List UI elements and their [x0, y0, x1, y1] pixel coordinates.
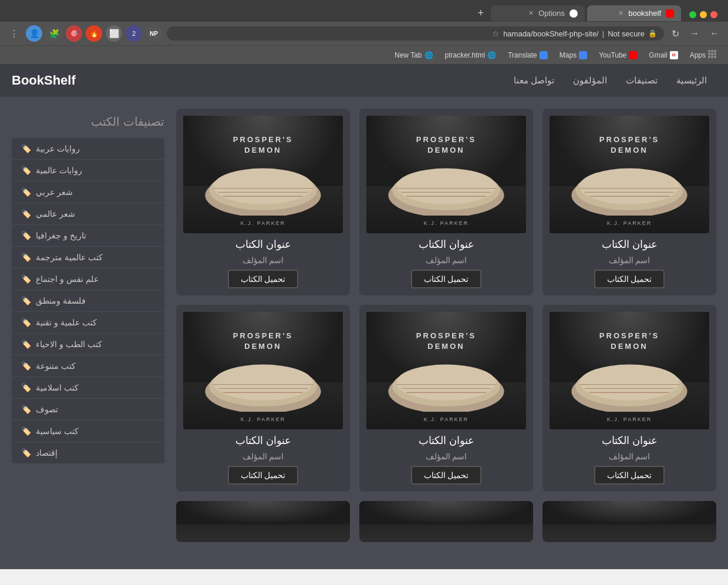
category-item-misc[interactable]: كتب متنوعة 🏷️ [12, 355, 164, 377]
category-label: إقتصاد [36, 448, 58, 458]
bookmark-youtube[interactable]: YouTube [594, 49, 642, 61]
category-item-world-novels[interactable]: روايات عالمية 🏷️ [12, 160, 164, 181]
book-cover: PROSPER'SDEMON K.J. PARKER [366, 312, 526, 429]
ext2-icon[interactable]: 2 [126, 25, 142, 42]
profile-icon[interactable]: 👤 [26, 25, 42, 42]
book-cover-title: PROSPER'SDEMON [599, 135, 659, 156]
extensions-icon[interactable]: 🧩 [46, 25, 62, 42]
maps-icon [579, 51, 587, 59]
download-book-button[interactable]: تحميل الكتاب [411, 270, 482, 288]
category-item-islamic[interactable]: كتب اسلامية 🏷️ [12, 377, 164, 399]
sidebar-title: تصنيفات الكتب [12, 109, 164, 138]
category-item-economics[interactable]: إقتصاد 🏷️ [12, 442, 164, 463]
category-label: كتب متنوعة [36, 361, 76, 371]
book-author: اسم المؤلف [609, 452, 651, 461]
bookmark-maps-label: Maps [560, 51, 577, 59]
category-item-philosophy[interactable]: فلسفة ومنطق 🏷️ [12, 290, 164, 312]
refresh-button[interactable]: ↻ [669, 27, 682, 41]
svg-point-17 [396, 169, 496, 204]
book-cover-title: PROSPER'SDEMON [416, 135, 476, 156]
nav-categories[interactable]: تصنيفات [616, 65, 667, 96]
download-book-button[interactable]: تحميل الكتاب [411, 466, 482, 485]
category-item-arabic-poetry[interactable]: شعر عربي 🏷️ [12, 181, 164, 203]
bookmark-translate[interactable]: Translate [503, 49, 552, 61]
category-item-science-tech[interactable]: كتب علمية و تقنية 🏷️ [12, 312, 164, 334]
back-button[interactable]: ← [707, 27, 722, 40]
svg-rect-6 [708, 56, 710, 58]
url-display: hamada/bookShelf-php-site/ [503, 29, 599, 38]
bookmark-apps[interactable]: Apps [685, 48, 721, 62]
svg-rect-3 [708, 53, 710, 55]
tag-icon: 🏷️ [21, 339, 31, 349]
category-item-history-geo[interactable]: تاريخ و جغرافيا 🏷️ [12, 225, 164, 247]
tab-bookshelf[interactable]: bookshelf ✕ [587, 5, 681, 21]
book-cover: PROSPER'SDEMON K.J. PARKER [366, 116, 526, 233]
bookmark-newtab[interactable]: 🌐 New Tab [390, 49, 437, 61]
maximize-window-button[interactable] [689, 11, 696, 18]
bookmark-maps[interactable]: Maps [555, 49, 592, 61]
ext3-icon[interactable]: ⬜ [106, 25, 122, 42]
download-book-button[interactable]: تحميل الكتاب [228, 270, 299, 288]
minimize-window-button[interactable] [700, 11, 707, 18]
ext5-icon[interactable]: 🎯 [66, 25, 82, 42]
category-item-political[interactable]: كتب سياسية 🏷️ [12, 421, 164, 442]
nav-authors[interactable]: المؤلفون [564, 65, 616, 96]
book-card-partial [176, 501, 350, 542]
download-book-button[interactable]: تحميل الكتاب [228, 466, 299, 485]
book-cover-title: PROSPER'SDEMON [233, 331, 293, 352]
tab-close-options-button[interactable]: ✕ [528, 9, 534, 17]
forward-button[interactable]: → [687, 27, 702, 40]
main-content: PROSPER'SDEMON K.J. PARKER عنوان الكتاب … [0, 97, 728, 554]
download-book-button[interactable]: تحميل الكتاب [594, 270, 665, 288]
book-cover-author: K.J. PARKER [607, 416, 652, 422]
book-title: عنوان الكتاب [602, 238, 658, 251]
nav-home[interactable]: الرئيسية [667, 65, 716, 96]
bookmark-star-icon[interactable]: ☆ [492, 29, 500, 38]
tag-icon: 🏷️ [21, 383, 31, 392]
category-list: روايات عربية 🏷️ روايات عالمية 🏷️ شعر عرب… [12, 138, 164, 463]
category-item-arabic-novels[interactable]: روايات عربية 🏷️ [12, 138, 164, 160]
svg-point-11 [579, 169, 679, 204]
download-book-button[interactable]: تحميل الكتاب [594, 466, 665, 485]
book-cover-author: K.J. PARKER [607, 220, 652, 226]
toolbar-icons: NP 2 ⬜ 🔥 🎯 🧩 👤 ⋮ [6, 25, 162, 42]
bookmark-apps-label: Apps [690, 51, 706, 59]
tag-icon: 🏷️ [21, 448, 31, 458]
np-extension-icon[interactable]: NP [146, 25, 162, 42]
category-label: شعر عربي [36, 187, 73, 197]
partial-book-cover [542, 501, 716, 542]
bookmark-gmail[interactable]: M Gmail [644, 49, 682, 61]
tab-label: bookshelf [628, 9, 661, 18]
book-author: اسم المؤلف [426, 452, 467, 461]
book-author: اسم المؤلف [242, 452, 284, 461]
tab-close-button[interactable]: ✕ [618, 9, 623, 17]
browser-window: bookshelf ✕ Options ✕ + ← → ↻ 🔒 Not secu… [0, 0, 728, 64]
tag-icon: 🏷️ [21, 144, 31, 153]
address-bar[interactable]: 🔒 Not secure | hamada/bookShelf-php-site… [167, 26, 664, 41]
book-title: عنوان الكتاب [419, 238, 474, 251]
category-item-translated[interactable]: كتب عالمية مترجمة 🏷️ [12, 247, 164, 268]
ext4-icon[interactable]: 🔥 [86, 25, 102, 42]
bookmark-ptracker[interactable]: 🌐 ptracker.html [440, 49, 501, 61]
tag-icon: 🏷️ [21, 166, 31, 175]
bookmark-translate-label: Translate [508, 51, 537, 59]
new-tab-button[interactable]: + [473, 5, 488, 22]
svg-point-41 [213, 365, 313, 401]
tab-options[interactable]: Options ✕ [491, 5, 585, 21]
nav-contact[interactable]: تواصل معنا [504, 65, 564, 96]
category-item-psychology[interactable]: علم نفس و اجتماع 🏷️ [12, 268, 164, 290]
category-label: شعر عالمي [36, 209, 75, 218]
category-item-sufism[interactable]: تصوف 🏷️ [12, 399, 164, 421]
bookmarks-bar: Apps M Gmail YouTube Maps Translate 🌐 pt… [0, 45, 728, 64]
category-item-medicine[interactable]: كتب الطب و الاحياء 🏷️ [12, 334, 164, 355]
tab-favicon-gh [569, 9, 578, 18]
menu-icon[interactable]: ⋮ [6, 25, 22, 42]
category-item-world-poetry[interactable]: شعر عالمي 🏷️ [12, 203, 164, 225]
bookmark-ptracker-label: ptracker.html [445, 51, 486, 59]
tag-icon: 🏷️ [21, 318, 31, 327]
bookmark-gmail-label: Gmail [649, 51, 667, 59]
category-label: تصوف [36, 405, 58, 414]
book-card: PROSPER'SDEMON K.J. PARKER عنوان الكتاب … [542, 109, 716, 295]
close-window-button[interactable] [710, 11, 717, 18]
category-label: كتب اسلامية [36, 383, 79, 392]
